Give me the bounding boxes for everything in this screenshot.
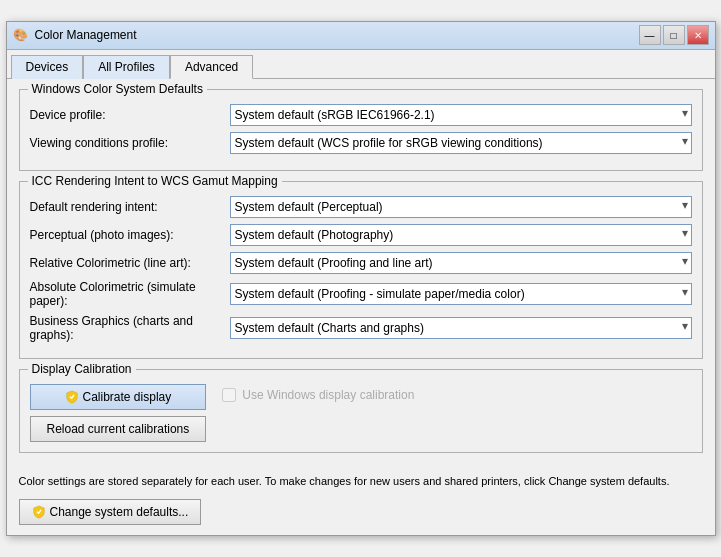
calibration-section: Display Calibration Calibrate display [19, 369, 703, 453]
device-profile-select[interactable]: System default (sRGB IEC61966-2.1) [230, 104, 692, 126]
change-system-defaults-label: Change system defaults... [50, 505, 189, 519]
icc-row-2-label: Relative Colorimetric (line art): [30, 256, 230, 270]
change-system-defaults-button[interactable]: Change system defaults... [19, 499, 202, 525]
device-profile-select-wrapper[interactable]: System default (sRGB IEC61966-2.1) [230, 104, 692, 126]
reload-calibrations-label: Reload current calibrations [47, 422, 190, 436]
reload-calibrations-button[interactable]: Reload current calibrations [30, 416, 207, 442]
icc-row-2-select[interactable]: System default (Proofing and line art) [230, 252, 692, 274]
icc-row-2: Relative Colorimetric (line art):System … [30, 252, 692, 274]
icc-row-1-select-wrapper[interactable]: System default (Photography) [230, 224, 692, 246]
icc-rendering-section: ICC Rendering Intent to WCS Gamut Mappin… [19, 181, 703, 359]
viewing-conditions-select-wrapper[interactable]: System default (WCS profile for sRGB vie… [230, 132, 692, 154]
window-controls: — □ ✕ [639, 25, 709, 45]
icc-row-1: Perceptual (photo images):System default… [30, 224, 692, 246]
windows-calibration-checkbox[interactable] [222, 388, 236, 402]
shield-icon-defaults [32, 505, 46, 519]
title-bar: 🎨 Color Management — □ ✕ [7, 22, 715, 50]
viewing-conditions-row: Viewing conditions profile: System defau… [30, 132, 692, 154]
windows-calibration-row: Use Windows display calibration [222, 384, 414, 402]
icc-row-3-label: Absolute Colorimetric (simulate paper): [30, 280, 230, 308]
close-button[interactable]: ✕ [687, 25, 709, 45]
device-profile-label: Device profile: [30, 108, 230, 122]
viewing-conditions-label: Viewing conditions profile: [30, 136, 230, 150]
icc-rendering-title: ICC Rendering Intent to WCS Gamut Mappin… [28, 174, 282, 188]
minimize-button[interactable]: — [639, 25, 661, 45]
icc-row-4: Business Graphics (charts and graphs):Sy… [30, 314, 692, 342]
icc-rows-container: Default rendering intent:System default … [30, 196, 692, 342]
window-icon: 🎨 [13, 27, 29, 43]
icc-row-3: Absolute Colorimetric (simulate paper):S… [30, 280, 692, 308]
icc-row-2-select-wrapper[interactable]: System default (Proofing and line art) [230, 252, 692, 274]
window-title: Color Management [35, 28, 639, 42]
icc-row-0-select[interactable]: System default (Perceptual) [230, 196, 692, 218]
calibration-buttons: Calibrate display Reload current calibra… [30, 384, 207, 442]
icc-rendering-content: Default rendering intent:System default … [30, 196, 692, 342]
tabs-bar: Devices All Profiles Advanced [7, 50, 715, 79]
icc-row-3-select[interactable]: System default (Proofing - simulate pape… [230, 283, 692, 305]
tab-devices[interactable]: Devices [11, 55, 84, 79]
calibrate-display-button[interactable]: Calibrate display [30, 384, 207, 410]
icc-row-4-select[interactable]: System default (Charts and graphs) [230, 317, 692, 339]
windows-color-section: Windows Color System Defaults Device pro… [19, 89, 703, 171]
windows-color-title: Windows Color System Defaults [28, 82, 207, 96]
icc-row-3-select-wrapper[interactable]: System default (Proofing - simulate pape… [230, 283, 692, 305]
icc-row-1-select[interactable]: System default (Photography) [230, 224, 692, 246]
shield-icon [65, 390, 79, 404]
tab-all-profiles[interactable]: All Profiles [83, 55, 170, 79]
tab-content: Windows Color System Defaults Device pro… [7, 79, 715, 473]
calibration-body: Calibrate display Reload current calibra… [30, 384, 692, 442]
viewing-conditions-select[interactable]: System default (WCS profile for sRGB vie… [230, 132, 692, 154]
color-management-window: 🎨 Color Management — □ ✕ Devices All Pro… [6, 21, 716, 537]
bottom-btn-row: Change system defaults... [19, 499, 703, 525]
tab-advanced[interactable]: Advanced [170, 55, 253, 79]
device-profile-row: Device profile: System default (sRGB IEC… [30, 104, 692, 126]
icc-row-0: Default rendering intent:System default … [30, 196, 692, 218]
window-footer: Color settings are stored separately for… [7, 473, 715, 536]
icc-row-4-select-wrapper[interactable]: System default (Charts and graphs) [230, 317, 692, 339]
icc-row-0-select-wrapper[interactable]: System default (Perceptual) [230, 196, 692, 218]
icc-row-4-label: Business Graphics (charts and graphs): [30, 314, 230, 342]
windows-calibration-label: Use Windows display calibration [242, 388, 414, 402]
info-text: Color settings are stored separately for… [19, 473, 703, 490]
icc-row-0-label: Default rendering intent: [30, 200, 230, 214]
maximize-button[interactable]: □ [663, 25, 685, 45]
windows-color-content: Device profile: System default (sRGB IEC… [30, 104, 692, 154]
calibrate-display-label: Calibrate display [83, 390, 172, 404]
icc-row-1-label: Perceptual (photo images): [30, 228, 230, 242]
calibration-title: Display Calibration [28, 362, 136, 376]
